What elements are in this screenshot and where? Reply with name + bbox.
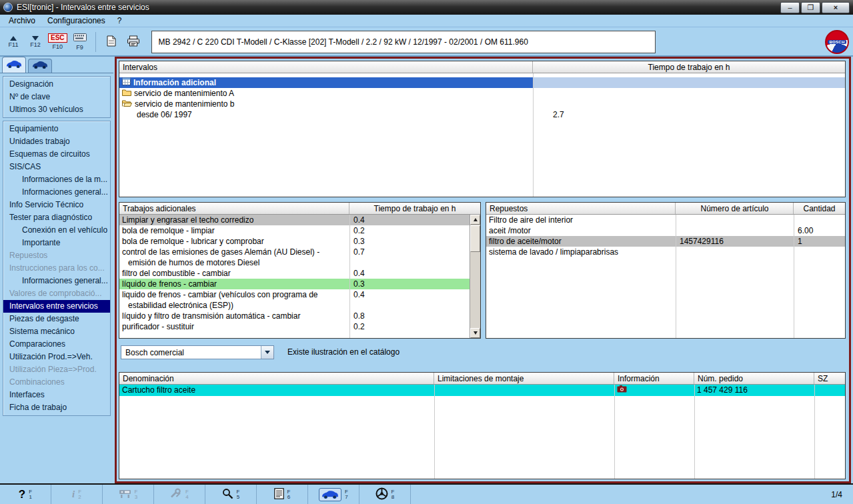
scroll-down-icon[interactable]: [470, 328, 480, 338]
minimize-button[interactable]: –: [780, 2, 800, 13]
tab-passenger-car[interactable]: [2, 57, 26, 73]
menu-help[interactable]: ?: [111, 15, 128, 26]
table-row[interactable]: liquido de frenos - cambiar (vehículos c…: [119, 289, 470, 311]
column-divider: [614, 385, 615, 479]
bosch-logo: BOSCH: [825, 30, 849, 54]
sidebar-item-ultimos-30-vehiculos[interactable]: Ultimos 30 vehículos: [3, 103, 110, 116]
sidebar-item-interfaces[interactable]: Interfaces: [3, 389, 110, 401]
sidebar-item-instrucciones-para-los-co[interactable]: Instrucciones para los co...: [3, 262, 110, 275]
intervalos-panel: Intervalos Tiempo de trabajo en h Inform…: [119, 61, 846, 197]
table-row[interactable]: control de las emisiones de gases Alemán…: [119, 247, 470, 268]
camera-icon[interactable]: [617, 385, 627, 396]
truck-icon: [32, 61, 48, 71]
table-row[interactable]: filtro de aceite/motor 1457429116 1: [486, 236, 845, 247]
f9-button[interactable]: F9: [71, 30, 89, 54]
sz-column-header: SZ: [814, 373, 845, 384]
close-button[interactable]: ×: [822, 2, 850, 13]
sidebar-item-informaciones-general-1[interactable]: Informaciones general...: [3, 186, 110, 199]
sidebar-item-valores-de-comprobacion[interactable]: Valores de comprobació...: [3, 287, 110, 300]
sidebar-item-tester-para-diagnostico[interactable]: Tester para diagnóstico: [3, 211, 110, 224]
sidebar-item-informaciones-de-la-m[interactable]: Informaciones de la m...: [3, 173, 110, 186]
equipment-button[interactable]: F3: [103, 485, 154, 504]
limitaciones-column-header: Limitaciones de montaje: [434, 373, 614, 384]
help-button[interactable]: ? F1: [0, 485, 51, 504]
table-row[interactable]: Limpiar y engrasar el techo corredizo 0.…: [119, 215, 470, 225]
trabajos-header-row: Trabajos adicionales Tiempo de trabajo e…: [119, 203, 480, 215]
sidebar-item-no-de-clave[interactable]: Nº de clave: [3, 91, 110, 103]
keyboard-icon: [73, 33, 87, 43]
sidebar-item-informaciones-general-2[interactable]: Informaciones general...: [3, 275, 110, 287]
wrench-icon: [170, 488, 182, 501]
table-row[interactable]: purificador - sustituir 0.2: [119, 321, 470, 332]
menu-configuraciones[interactable]: Configuraciones: [41, 15, 111, 26]
sidebar-item-importante[interactable]: Importante: [3, 237, 110, 249]
sidebar-item-combinaciones[interactable]: Combinaciones: [3, 376, 110, 389]
menubar: Archivo Configuraciones ?: [0, 15, 853, 27]
table-row[interactable]: aceit /motor 6.00: [486, 225, 845, 236]
table-row[interactable]: líquido de frenos - cambiar 0.3: [119, 279, 470, 289]
print-button[interactable]: [124, 31, 143, 53]
sidebar-item-sistema-mecanico[interactable]: Sistema mecánico: [3, 325, 110, 338]
table-row[interactable]: sistema de lavado / limpiaparabrisas: [486, 247, 845, 257]
table-row[interactable]: bola de remolque - limpiar 0.2: [119, 225, 470, 236]
sidebar-item-intervalos-entre-servicios[interactable]: Intervalos entre servicios: [3, 300, 110, 313]
repuestos-header-row: Repuestos Número de artículo Cantidad: [486, 203, 845, 215]
f11-button[interactable]: F11: [4, 30, 23, 54]
chevron-down-icon[interactable]: [261, 346, 273, 359]
scrollbar-thumb[interactable]: [470, 225, 480, 252]
app-icon: [3, 3, 13, 12]
info-icon: i: [72, 489, 75, 500]
toolbar-separator: [95, 32, 96, 52]
column-divider: [694, 385, 695, 479]
sidebar-item-utilizacion-prod-veh[interactable]: Utilización Prod.=>Veh.: [3, 351, 110, 363]
info-table-icon: [122, 77, 131, 88]
menu-archivo[interactable]: Archivo: [3, 15, 41, 26]
sidebar-item-piezas-de-desgaste[interactable]: Piezas de desgaste: [3, 313, 110, 325]
sidebar-tabstrip: [0, 57, 113, 73]
repuestos-column-header: Repuestos: [486, 203, 676, 214]
printer-icon: [127, 35, 140, 49]
table-row[interactable]: Filtro de aire del interior: [486, 215, 845, 225]
sidebar-item-repuestos[interactable]: Repuestos: [3, 249, 110, 262]
sidebar-item-unidades-trabajo[interactable]: Unidades trabajo: [3, 135, 110, 148]
document-button[interactable]: [102, 31, 121, 53]
page-indicator: 1/4: [831, 485, 853, 504]
info-button[interactable]: i F2: [51, 485, 103, 504]
sidebar-item-comparaciones[interactable]: Comparaciones: [3, 338, 110, 351]
table-row[interactable]: bola de remolque - lubricar y comprobar …: [119, 236, 470, 247]
folder-open-icon: [122, 99, 132, 109]
sidebar-item-equipamiento[interactable]: Equipamiento: [3, 123, 110, 135]
catalog-note: Existe ilustración en el catálogo: [287, 347, 399, 357]
scroll-up-icon[interactable]: [470, 215, 480, 225]
sidebar: Designación Nº de clave Ultimos 30 vehíc…: [0, 57, 113, 483]
maximize-button[interactable]: ❐: [801, 2, 820, 13]
table-row[interactable]: servicio de mantenimiento b: [119, 99, 845, 109]
sidebar-item-esquemas-de-circuitos[interactable]: Esquemas de circuitos: [3, 148, 110, 161]
table-row[interactable]: servicio de mantenimiento A: [119, 88, 845, 99]
sidebar-item-conexion-en-el-vehiculo[interactable]: Conexión en el vehículo: [3, 224, 110, 237]
trabajos-column-header: Trabajos adicionales: [119, 203, 349, 214]
sidebar-item-info-servicio-tecnico[interactable]: Info Servicio Técnico: [3, 199, 110, 211]
sidebar-item-designacion[interactable]: Designación: [3, 78, 110, 91]
down-arrow-icon: [32, 36, 39, 41]
tools-button[interactable]: F4: [154, 485, 205, 504]
esc-button[interactable]: ESC F10: [48, 30, 67, 54]
sidebar-item-sis-cas[interactable]: SIS/CAS: [3, 161, 110, 173]
tab-commercial-vehicle[interactable]: [28, 59, 52, 73]
table-row[interactable]: Información adicional: [119, 77, 845, 88]
table-row[interactable]: desde 06/ 1997 2.7: [119, 109, 845, 120]
search-button[interactable]: F5: [205, 485, 257, 504]
systems-button[interactable]: F8: [359, 485, 411, 504]
f12-button[interactable]: F12: [26, 30, 45, 54]
worklist-button[interactable]: F6: [257, 485, 308, 504]
scrollbar[interactable]: [470, 215, 480, 338]
articulo-column-header: Número de artículo: [676, 203, 794, 214]
catalog-dropdown[interactable]: Bosch comercial: [121, 345, 274, 359]
table-row[interactable]: líquido y filtro de transmisión automáti…: [119, 311, 470, 321]
vehicle-button[interactable]: F7: [308, 485, 359, 504]
table-row[interactable]: Cartucho filtro aceite 1 457 429 116: [119, 385, 845, 396]
sidebar-item-ficha-de-trabajo[interactable]: Ficha de trabajo: [3, 401, 110, 414]
sidebar-item-utilizacion-pieza-prod[interactable]: Utilización Pieza=>Prod.: [3, 363, 110, 376]
table-row[interactable]: filtro del combustible - cambiar 0.4: [119, 268, 470, 279]
folder-icon: [122, 88, 131, 99]
